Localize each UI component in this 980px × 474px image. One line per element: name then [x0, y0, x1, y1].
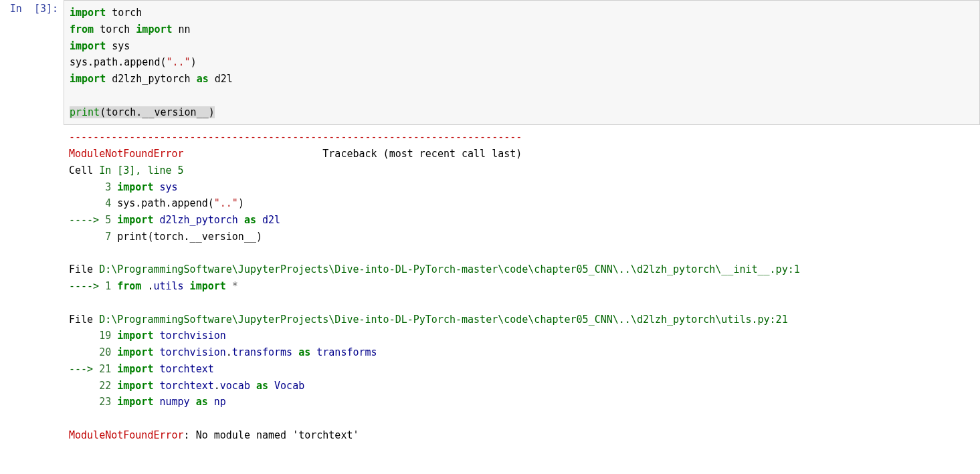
traceback-line: 7 print(torch.__version__) — [69, 229, 975, 245]
prompt-execution-count: 3 — [40, 3, 46, 15]
error-class-name: ModuleNotFoundError — [69, 148, 184, 160]
prompt-in-label: In — [10, 3, 22, 15]
error-summary: ModuleNotFoundError: No module named 'to… — [69, 427, 975, 444]
traceback-file-ref: File D:\ProgrammingSoftware\JupyterProje… — [69, 312, 975, 328]
traceback-header: ModuleNotFoundError Traceback (most rece… — [69, 146, 975, 162]
error-message: No module named 'torchtext' — [196, 429, 359, 441]
traceback-cell-ref: Cell In [3], line 5 — [69, 162, 975, 179]
traceback-line: 19 import torchvision — [69, 328, 975, 344]
error-output-area[interactable]: ----------------------------------------… — [64, 125, 980, 459]
traceback-current-line: ---> 21 import torchtext — [69, 361, 975, 378]
code-line[interactable]: print(torch.__version__) — [70, 104, 974, 121]
traceback-line: 4 sys.path.append("..") — [69, 195, 975, 212]
traceback-arrow-icon: ----> — [69, 280, 105, 292]
blank-line — [69, 295, 975, 312]
output-cell: ----------------------------------------… — [0, 125, 980, 459]
traceback-file-ref: File D:\ProgrammingSoftware\JupyterProje… — [69, 261, 975, 278]
error-class-name: ModuleNotFoundError — [69, 429, 184, 441]
traceback-arrow-icon: ----> — [69, 214, 105, 226]
output-prompt-spacer — [0, 125, 64, 459]
code-line[interactable]: sys.path.append("..") — [70, 54, 974, 71]
traceback-label: Traceback (most recent call last) — [322, 148, 522, 160]
traceback-current-line: ----> 5 import d2lzh_pytorch as d2l — [69, 212, 975, 229]
code-blank-line[interactable] — [70, 88, 974, 104]
traceback-line: 23 import numpy as np — [69, 394, 975, 410]
blank-line — [69, 410, 975, 427]
code-cell: In [3]: import torch from torch import n… — [0, 0, 980, 125]
code-input-area[interactable]: import torch from torch import nn import… — [64, 0, 980, 125]
code-line[interactable]: import d2lzh_pytorch as d2l — [70, 71, 974, 88]
traceback-line: 22 import torchtext.vocab as Vocab — [69, 378, 975, 394]
traceback-separator: ----------------------------------------… — [69, 131, 522, 143]
code-line[interactable]: from torch import nn — [70, 21, 974, 38]
traceback-arrow-icon: ---> — [69, 363, 99, 375]
traceback-current-line: ----> 1 from .utils import * — [69, 278, 975, 295]
input-prompt: In [3]: — [0, 0, 64, 125]
code-line[interactable]: import sys — [70, 38, 974, 55]
traceback-line: 3 import sys — [69, 179, 975, 196]
blank-line — [69, 245, 975, 262]
code-line[interactable]: import torch — [70, 5, 974, 21]
traceback-line: 20 import torchvision.transforms as tran… — [69, 344, 975, 361]
